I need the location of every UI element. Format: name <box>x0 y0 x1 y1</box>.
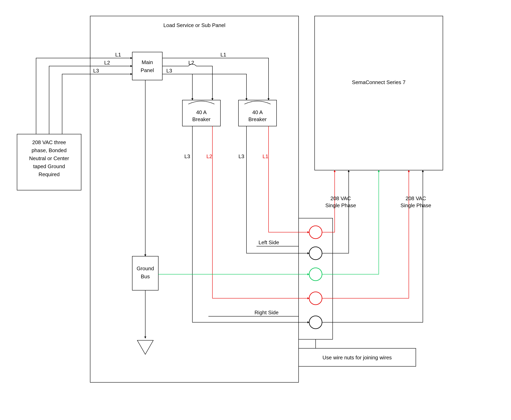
breaker2-l2: Breaker <box>248 116 267 122</box>
source-l4: taped Ground <box>33 163 65 169</box>
terminal-block <box>299 218 333 339</box>
breaker2-arc <box>244 101 271 104</box>
left-side-label: Left Side <box>258 240 279 245</box>
wire-src-L3 <box>62 74 132 134</box>
term-1-red <box>309 226 322 239</box>
lbl-mp-L1: L1 <box>220 52 226 58</box>
lbl-mp-L2: L2 <box>188 60 194 66</box>
lbl-b2-L1: L1 <box>263 153 268 159</box>
source-l1: 208 VAC three <box>32 139 66 145</box>
wire-mp-L3b <box>192 74 247 100</box>
wire-b2-L3-term2 <box>247 152 309 253</box>
term-5-blk <box>309 316 322 329</box>
lbl-src-L2: L2 <box>104 60 110 66</box>
lbl-src-L3: L3 <box>93 68 99 74</box>
lbl-mp-L3: L3 <box>166 68 172 74</box>
wire-src-L1 <box>36 58 132 134</box>
wire-mp-L2b <box>196 66 212 100</box>
main-panel-l1: Main <box>142 59 153 65</box>
wire-b2-L1-term1 <box>269 152 309 232</box>
panel-title: Load Service or Sub Panel <box>163 22 225 28</box>
ground-bus-l1: Ground <box>137 265 154 271</box>
term-3-grn <box>309 268 322 281</box>
main-panel-box <box>132 52 162 80</box>
breaker1-l1: 40 A <box>196 109 207 115</box>
device-label: SemaConnect Series 7 <box>352 79 405 85</box>
lbl-b1-L2: L2 <box>206 153 212 159</box>
vac-right-l1: 208 VAC <box>406 195 426 201</box>
source-l2: phase, Bonded <box>32 147 67 153</box>
wire-term3-dev <box>322 170 379 274</box>
source-l5: Required <box>39 171 60 177</box>
wire-src-L2 <box>49 66 132 134</box>
breaker1-arc <box>188 101 214 104</box>
wire-mp-L1 <box>162 58 269 100</box>
device-box <box>315 16 443 170</box>
wire-term4-dev <box>322 170 409 298</box>
breaker2-l1: 40 A <box>252 109 263 115</box>
vac-left-l1: 208 VAC <box>330 195 351 201</box>
ground-bus-box <box>132 256 158 290</box>
wire-b1-L3-term5 <box>192 152 309 322</box>
earth-symbol <box>137 340 153 354</box>
note-text: Use wire nuts for joining wires <box>322 354 392 360</box>
right-side-label: Right Side <box>255 309 279 315</box>
source-l3: Neutral or Center <box>29 155 69 161</box>
vac-right-l2: Single Phase <box>400 202 431 208</box>
wire-term2-dev <box>322 170 349 253</box>
term-2-blk <box>309 247 322 260</box>
wiring-diagram: Load Service or Sub Panel 208 VAC three … <box>0 0 511 420</box>
wire-mp-L3a <box>162 74 192 100</box>
ground-bus-l2: Bus <box>141 273 150 279</box>
sub-panel-box <box>90 16 299 382</box>
lbl-b2-L3: L3 <box>239 153 244 159</box>
wire-b1-L2-term4 <box>212 152 309 298</box>
breaker1-l2: Breaker <box>192 116 210 122</box>
main-panel-l2: Panel <box>141 67 154 73</box>
lbl-src-L1: L1 <box>115 52 121 58</box>
lbl-b1-L3: L3 <box>184 153 190 159</box>
term-4-red <box>309 292 322 305</box>
vac-left-l2: Single Phase <box>325 202 356 208</box>
wire-term5-dev <box>322 170 423 322</box>
